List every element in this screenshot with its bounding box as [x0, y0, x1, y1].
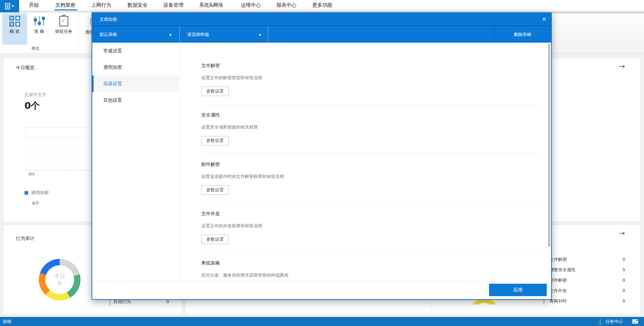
menu-bar: 开始 文档加密 上网行为 数据安全 设备管理 系统&网络 运维中心 报表中心 更…: [0, 0, 644, 10]
stat-value: 0个: [24, 100, 40, 112]
ribbon-group-label: 概览: [0, 46, 71, 51]
row-value: 0: [623, 265, 625, 275]
menu-item-doc-encryption[interactable]: 文档加密: [55, 0, 75, 10]
section-title: 安全属性: [201, 112, 220, 119]
ribbon-group-separator: [78, 15, 78, 50]
section-title: 文件外发: [201, 211, 220, 218]
row-value: 0: [623, 275, 625, 285]
apply-button[interactable]: 应用: [489, 284, 547, 296]
card-title: 今日概览: [16, 65, 35, 71]
document-encryption-dialog: 文档加密 ✕ 默认策略 ▼ 请选择终端 ▼ 删除策略 常规设置 透明加密 高级设…: [92, 12, 552, 300]
policy-sliders-icon: [34, 16, 45, 27]
row-label: 调整安全属性: [549, 267, 576, 272]
row-value: 0: [623, 285, 625, 296]
delete-policy-button[interactable]: 删除策略: [494, 26, 551, 43]
sidebar-item-general[interactable]: 常规设置: [92, 43, 179, 59]
dialog-titlebar: 文档加密 ✕: [92, 13, 551, 26]
legend-label: 透明加密: [31, 190, 49, 196]
status-ready-text: 就绪: [3, 317, 11, 326]
dialog-content-scroll-area: 文件解密 设置文件的解密类型和审批流程 参数设置 安全属性 设置安全域和密级的相…: [179, 43, 551, 281]
ribbon-button-label: 策 略: [34, 29, 44, 35]
menu-item-system-network[interactable]: 系统&网络: [199, 0, 223, 10]
terminal-dropdown-value: 请选择终端: [187, 26, 209, 43]
arrow-right-icon[interactable]: →: [619, 229, 625, 237]
legend-swatch: [24, 191, 28, 195]
ribbon-button-label: 审批任务: [55, 29, 72, 35]
section-desc: 设置文件的外发权限和审批流程: [201, 223, 262, 230]
stat-label: 总操作文件: [24, 92, 46, 98]
close-icon[interactable]: ✕: [542, 13, 546, 26]
status-bar: 就绪 ↓ 任务中心: [0, 317, 644, 326]
sidebar-item-transparent[interactable]: 透明加密: [92, 59, 179, 76]
stat-row: 文件解密0: [549, 254, 625, 265]
row-label: 邮件解密: [549, 278, 567, 283]
row-label: 文件解密: [549, 257, 567, 262]
donut-center-value: 0: [58, 280, 61, 287]
menu-item-device-mgmt[interactable]: 设备管理: [163, 0, 183, 10]
menu-item-start[interactable]: 开始: [29, 0, 39, 10]
menu-item-web-behavior[interactable]: 上网行为: [91, 0, 111, 10]
row-value: 0: [623, 254, 625, 265]
behavior-audit-donut-chart: 今日 0: [39, 259, 80, 300]
row-label: 离网补时: [549, 298, 567, 304]
sidebar-item-other[interactable]: 其他设置: [92, 92, 179, 108]
section-divider: [201, 104, 541, 105]
policy-dropdown[interactable]: 默认策略 ▼: [92, 26, 179, 43]
x-axis-tick: 0H: [29, 172, 35, 177]
stat-row: 邮件解密0: [549, 275, 625, 285]
ribbon-button-approval-tasks[interactable]: ✓ 审批任务: [50, 13, 77, 45]
list-scrollbar[interactable]: [109, 299, 110, 306]
stat-row: 调整安全属性0: [549, 265, 625, 275]
caret-down-icon: ▼: [169, 34, 171, 37]
ribbon-button-label: 概 览: [9, 29, 19, 35]
param-settings-button[interactable]: 参数设置: [201, 185, 229, 195]
stat-row: 离网补时0: [549, 296, 625, 306]
active-tab-underline: [55, 9, 77, 10]
section-desc: 应对出差、服务器故障等原因导致的终端离线: [201, 272, 288, 279]
ribbon-button-overview[interactable]: 概 览: [2, 13, 27, 45]
ribbon-button-policy[interactable]: 策 略: [30, 13, 49, 45]
arrow-right-icon[interactable]: →: [619, 62, 625, 71]
dialog-toolbar: 默认策略 ▼ 请选择终端 ▼ 删除策略: [92, 26, 551, 43]
dialog-bottom-bar: [92, 281, 551, 299]
app-menu-button[interactable]: [0, 0, 19, 12]
card-title: 行为审计: [16, 236, 35, 242]
overview-grid-icon: [9, 16, 20, 27]
task-center-button[interactable]: ↓ 任务中心: [598, 317, 638, 326]
section-divider: [201, 203, 541, 203]
chevron-down-icon: [11, 5, 14, 7]
list-scrollbar[interactable]: [543, 299, 544, 304]
clipboard-check-icon: ✓: [59, 16, 68, 27]
document-list-icon: [5, 3, 10, 9]
menu-item-more-features[interactable]: 更多功能: [312, 0, 332, 10]
row-label: 文件外发: [549, 288, 567, 293]
terminal-dropdown[interactable]: 请选择终端 ▼: [180, 26, 268, 43]
section-title: 文件解密: [201, 63, 220, 69]
download-icon: ↓: [598, 319, 603, 324]
tray-window-icon[interactable]: [632, 319, 638, 324]
param-settings-button[interactable]: 参数设置: [201, 235, 229, 244]
stat-row: 文件外发0: [549, 285, 625, 296]
section-desc: 设置文件的解密类型和审批流程: [201, 75, 262, 82]
donut-center-label: 今日: [54, 272, 65, 280]
caret-down-icon: ▼: [259, 34, 261, 37]
dialog-title: 文档加密: [100, 13, 117, 26]
legend-value: 0个: [32, 200, 39, 206]
section-title: 离线策略: [201, 260, 220, 267]
dialog-sidebar: 常规设置 透明加密 高级设置 其他设置: [92, 43, 179, 281]
param-settings-button[interactable]: 参数设置: [201, 87, 229, 96]
sidebar-item-advanced[interactable]: 高级设置: [92, 76, 179, 92]
menu-item-report-center[interactable]: 报表中心: [276, 0, 297, 10]
param-settings-button[interactable]: 参数设置: [201, 136, 229, 145]
section-desc: 设置发送邮件时的文件解密权限和审批流程: [201, 174, 284, 180]
section-divider: [201, 252, 541, 253]
toolbar-divider: [268, 26, 268, 43]
task-center-label: 任务中心: [605, 319, 623, 325]
menu-item-data-security[interactable]: 数据安全: [127, 0, 148, 10]
menu-item-ops-center[interactable]: 运维中心: [241, 0, 261, 10]
section-divider: [201, 154, 541, 154]
policy-dropdown-value: 默认策略: [100, 26, 117, 43]
dialog-scrollbar-thumb[interactable]: [548, 44, 550, 247]
row-value: 0: [623, 296, 625, 306]
section-title: 邮件解密: [201, 161, 220, 168]
